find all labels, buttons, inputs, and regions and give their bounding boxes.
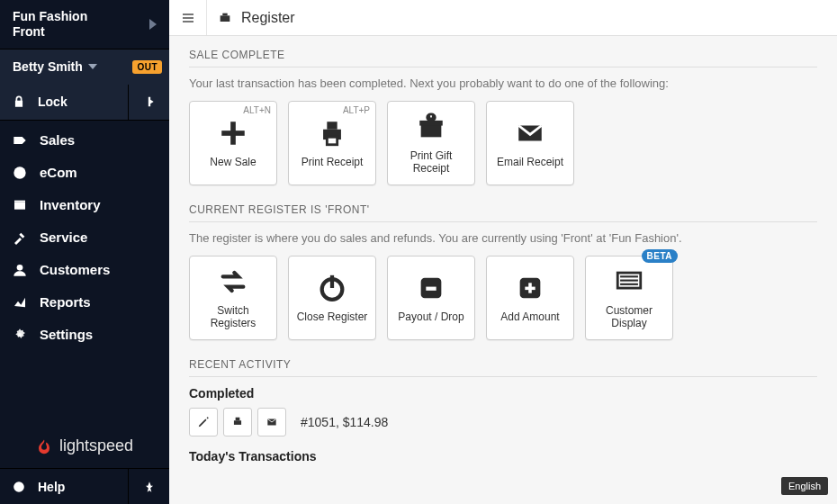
tile-label: Print Gift Receipt: [395, 150, 467, 176]
language-label: English: [788, 481, 821, 491]
tile-label: Print Receipt: [302, 157, 364, 169]
tile-email-receipt[interactable]: Email Receipt: [486, 101, 574, 185]
svg-rect-12: [221, 130, 245, 136]
nav-ecom[interactable]: eCom: [0, 157, 169, 189]
tile-label: Close Register: [297, 311, 368, 324]
nav: Sales eCom Inventory Service Customers R…: [0, 124, 169, 418]
nav-settings[interactable]: Settings: [0, 319, 169, 351]
tile-new-sale[interactable]: ALT+N New Sale: [189, 101, 277, 185]
print-transaction-button[interactable]: [223, 408, 252, 436]
exit-button[interactable]: [128, 85, 169, 120]
pin-icon: [143, 481, 156, 493]
shortcut: ALT+N: [243, 105, 271, 115]
register-tiles: Switch Registers Close Register Payout /…: [189, 256, 817, 340]
tile-label: Payout / Drop: [398, 311, 464, 324]
page-title: Register: [207, 0, 306, 35]
minus-icon: [416, 273, 446, 303]
brand: lightspeed: [0, 418, 169, 468]
chart-icon: [13, 295, 27, 310]
last-transaction: #1051, $114.98: [301, 415, 388, 429]
envelope-icon: [266, 416, 278, 428]
lock-icon: [13, 95, 25, 108]
page-title-text: Register: [241, 10, 295, 26]
lock-label: Lock: [38, 94, 68, 109]
svg-rect-8: [183, 21, 194, 22]
shop-selector[interactable]: Fun Fashion Front: [0, 0, 169, 49]
brand-label: lightspeed: [59, 436, 133, 455]
exit-icon: [143, 95, 156, 108]
svg-rect-16: [421, 124, 442, 137]
nav-service[interactable]: Service: [0, 221, 169, 254]
nav-label: Settings: [40, 327, 93, 342]
menu-toggle[interactable]: [169, 0, 207, 35]
tile-add-amount[interactable]: Add Amount: [486, 256, 574, 340]
svg-rect-20: [330, 275, 334, 288]
power-icon: [317, 273, 347, 303]
plus-square-icon: [515, 273, 545, 303]
nav-inventory[interactable]: Inventory: [0, 189, 169, 221]
svg-rect-7: [183, 17, 194, 18]
printer-icon: [231, 416, 244, 428]
register-icon: [218, 11, 232, 25]
tile-print-gift-receipt[interactable]: Print Gift Receipt: [387, 101, 475, 185]
nav-reports[interactable]: Reports: [0, 286, 169, 319]
svg-rect-6: [183, 14, 194, 14]
svg-rect-25: [528, 283, 532, 292]
tile-customer-display[interactable]: BETA Customer Display: [585, 256, 673, 340]
svg-point-3: [17, 265, 23, 271]
tile-print-receipt[interactable]: ALT+P Print Receipt: [288, 101, 376, 185]
shortcut: ALT+P: [343, 105, 370, 115]
user-row[interactable]: Betty Smith OUT: [0, 49, 169, 85]
shop-name: Fun Fashion Front: [13, 9, 87, 40]
gear-icon: [13, 328, 27, 342]
hamburger-icon: [181, 11, 195, 25]
nav-label: Inventory: [40, 197, 101, 212]
todays-heading: Today's Transactions: [189, 449, 817, 464]
completed-heading: Completed: [189, 386, 817, 400]
sale-complete-subtext: Your last transaction has been completed…: [189, 76, 817, 90]
help-label: Help: [38, 480, 65, 494]
help-button[interactable]: Help: [0, 469, 128, 504]
tile-close-register[interactable]: Close Register: [288, 256, 376, 340]
tile-label: Email Receipt: [497, 157, 563, 169]
page: Register SALE COMPLETE Your last transac…: [169, 0, 837, 504]
language-selector[interactable]: English: [781, 477, 828, 495]
nav-customers[interactable]: Customers: [0, 254, 169, 286]
display-icon: [614, 266, 644, 297]
svg-rect-30: [234, 420, 241, 425]
tile-label: Add Amount: [500, 311, 559, 324]
nav-label: eCom: [40, 165, 77, 180]
tile-label: Switch Registers: [197, 305, 269, 330]
tile-payout-drop[interactable]: Payout / Drop: [387, 256, 475, 340]
nav-sales[interactable]: Sales: [0, 124, 169, 157]
chevron-right-icon: [149, 19, 157, 30]
sale-tiles: ALT+N New Sale ALT+P Print Receipt Print…: [189, 101, 817, 185]
nav-label: Customers: [40, 262, 110, 277]
nav-label: Sales: [40, 132, 75, 148]
gift-icon: [416, 112, 446, 142]
sidebar: Fun Fashion Front Betty Smith OUT Lock S…: [0, 0, 169, 504]
box-icon: [13, 198, 27, 212]
envelope-icon: [515, 118, 545, 148]
tile-switch-registers[interactable]: Switch Registers: [189, 256, 277, 340]
printer-icon: [317, 118, 347, 148]
svg-rect-31: [236, 418, 240, 421]
email-transaction-button[interactable]: [257, 408, 286, 436]
svg-rect-1: [14, 202, 25, 209]
nav-label: Reports: [40, 294, 91, 310]
edit-transaction-button[interactable]: [189, 408, 218, 436]
section-register: CURRENT REGISTER IS 'FRONT': [189, 203, 817, 222]
plus-icon: [218, 118, 248, 148]
svg-rect-9: [220, 15, 230, 22]
svg-point-5: [14, 482, 24, 492]
tile-label: Customer Display: [593, 305, 665, 330]
tag-icon: [13, 133, 27, 148]
pin-button[interactable]: [128, 469, 169, 504]
beta-badge: BETA: [642, 249, 678, 263]
svg-rect-2: [14, 200, 25, 202]
lock-button[interactable]: Lock: [0, 85, 128, 120]
register-subtext: The register is where you do sales and r…: [189, 231, 817, 245]
svg-rect-22: [426, 287, 436, 291]
svg-rect-10: [222, 13, 227, 15]
help-icon: [13, 481, 25, 493]
